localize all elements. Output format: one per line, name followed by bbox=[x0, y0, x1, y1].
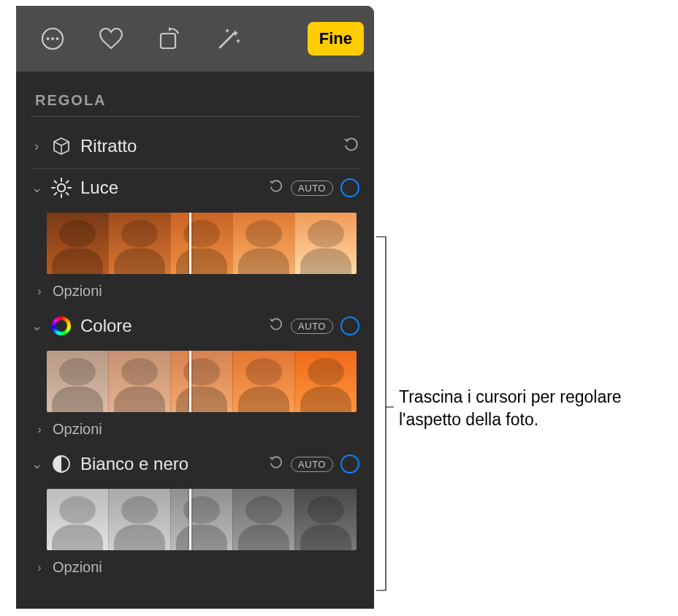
color-options[interactable]: › Opzioni bbox=[31, 415, 359, 445]
svg-line-14 bbox=[55, 193, 57, 195]
undo-icon bbox=[343, 137, 359, 153]
svg-line-13 bbox=[66, 181, 69, 183]
chevron-right-icon[interactable]: › bbox=[34, 423, 45, 436]
sun-icon bbox=[50, 176, 73, 199]
slider-handle[interactable] bbox=[189, 489, 191, 550]
section-bw[interactable]: ⌄ Bianco e nero AUTO bbox=[31, 445, 359, 483]
section-color[interactable]: ⌄ Colore AUTO bbox=[31, 307, 359, 345]
options-label: Opzioni bbox=[53, 283, 102, 300]
bw-options[interactable]: › Opzioni bbox=[31, 553, 359, 583]
bw-label: Bianco e nero bbox=[80, 454, 262, 474]
portrait-label: Ritratto bbox=[80, 136, 336, 156]
chevron-down-icon[interactable]: ⌄ bbox=[31, 180, 42, 196]
svg-point-3 bbox=[56, 37, 59, 40]
svg-point-6 bbox=[58, 184, 65, 191]
heart-icon bbox=[99, 27, 123, 50]
light-options[interactable]: › Opzioni bbox=[31, 277, 359, 307]
adjust-panel: Fine REGOLA › Ritratto ⌄ bbox=[16, 6, 374, 609]
auto-button[interactable]: AUTO bbox=[291, 457, 333, 472]
enhance-button[interactable] bbox=[202, 18, 254, 59]
cube-icon bbox=[50, 134, 73, 158]
divider bbox=[31, 116, 359, 117]
auto-button[interactable]: AUTO bbox=[291, 180, 333, 196]
chevron-down-icon[interactable]: ⌄ bbox=[31, 318, 42, 334]
svg-point-1 bbox=[47, 37, 50, 40]
enable-toggle[interactable] bbox=[340, 178, 359, 197]
svg-line-5 bbox=[220, 34, 233, 47]
reset-button[interactable] bbox=[269, 455, 283, 473]
svg-point-2 bbox=[51, 37, 54, 40]
done-button[interactable]: Fine bbox=[308, 22, 364, 56]
undo-icon bbox=[269, 179, 283, 194]
bw-slider[interactable] bbox=[47, 489, 357, 550]
half-circle-icon bbox=[50, 452, 73, 476]
callout-bracket bbox=[376, 236, 395, 591]
reset-button[interactable] bbox=[343, 137, 359, 156]
ellipsis-circle-icon bbox=[40, 26, 65, 51]
chevron-down-icon[interactable]: ⌄ bbox=[31, 456, 42, 472]
color-slider[interactable] bbox=[47, 351, 357, 412]
chevron-right-icon[interactable]: › bbox=[34, 561, 45, 574]
options-label: Opzioni bbox=[53, 559, 102, 576]
section-portrait[interactable]: › Ritratto bbox=[31, 127, 359, 165]
toolbar: Fine bbox=[16, 6, 374, 72]
color-wheel-icon bbox=[50, 314, 73, 338]
reset-button[interactable] bbox=[269, 317, 283, 335]
slider-handle[interactable] bbox=[189, 351, 191, 412]
svg-line-11 bbox=[55, 181, 57, 183]
undo-icon bbox=[269, 455, 283, 470]
light-slider[interactable] bbox=[47, 213, 357, 274]
rotate-button[interactable] bbox=[143, 18, 196, 59]
color-label: Colore bbox=[80, 316, 262, 336]
svg-rect-4 bbox=[161, 34, 175, 48]
rotate-icon bbox=[156, 26, 183, 51]
more-button[interactable] bbox=[26, 18, 79, 59]
slider-handle[interactable] bbox=[189, 213, 191, 274]
enable-toggle[interactable] bbox=[340, 455, 359, 474]
undo-icon bbox=[269, 317, 283, 332]
magic-wand-icon bbox=[213, 26, 243, 52]
chevron-right-icon[interactable]: › bbox=[34, 285, 45, 298]
svg-line-12 bbox=[66, 193, 69, 195]
reset-button[interactable] bbox=[269, 179, 283, 197]
options-label: Opzioni bbox=[53, 421, 102, 438]
favorite-button[interactable] bbox=[85, 18, 137, 59]
section-light[interactable]: ⌄ Luce AUTO bbox=[31, 169, 359, 207]
chevron-right-icon[interactable]: › bbox=[31, 139, 42, 154]
callout-text: Trascina i cursori per regolare l'aspett… bbox=[399, 386, 662, 431]
enable-toggle[interactable] bbox=[340, 316, 359, 335]
auto-button[interactable]: AUTO bbox=[291, 319, 333, 334]
light-label: Luce bbox=[80, 178, 262, 198]
panel-title: REGOLA bbox=[31, 72, 359, 116]
